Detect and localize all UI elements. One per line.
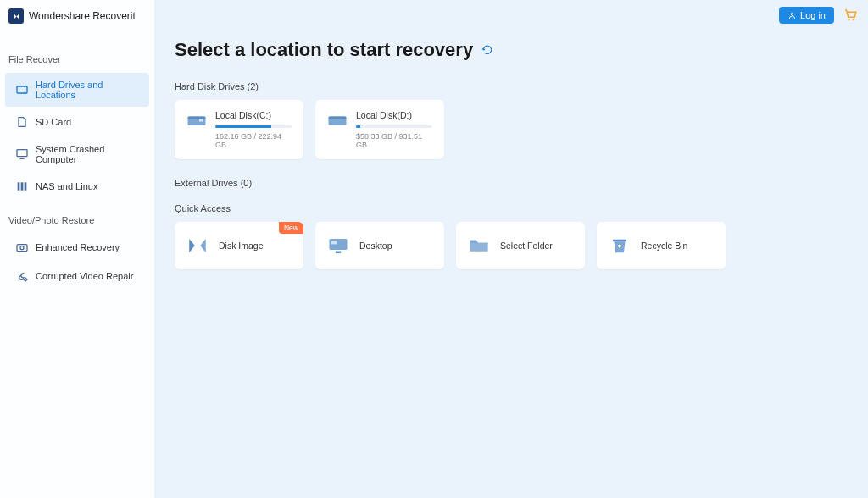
drive-usage-bar xyxy=(215,125,292,128)
drive-usage-bar xyxy=(356,125,432,128)
badge-new: New xyxy=(279,222,303,234)
quick-row: New Disk Image Desktop Select Folder Rec… xyxy=(175,222,848,269)
svg-point-10 xyxy=(848,19,849,20)
quick-heading: Quick Access xyxy=(175,203,848,213)
svg-rect-20 xyxy=(613,240,626,241)
login-button[interactable]: Log in xyxy=(779,7,834,24)
refresh-icon[interactable] xyxy=(481,44,493,56)
sidebar-item-label: SD Card xyxy=(36,117,71,127)
drive-size: $58.33 GB / 931.51 GB xyxy=(356,132,432,149)
hard-drive-icon xyxy=(15,83,29,97)
sidebar-item-corrupted-video[interactable]: Corrupted Video Repair xyxy=(5,263,149,290)
drive-name: Local Disk(C:) xyxy=(215,110,292,120)
disk-icon xyxy=(186,112,207,129)
sidebar-item-label: Enhanced Recovery xyxy=(36,242,120,252)
disk-icon xyxy=(327,112,348,129)
sidebar-section-file-recover: File Recover xyxy=(0,41,154,71)
svg-point-9 xyxy=(791,13,793,15)
user-icon xyxy=(787,11,797,20)
svg-point-11 xyxy=(853,19,854,20)
drive-card-c[interactable]: Local Disk(C:) 162.16 GB / 222.94 GB xyxy=(175,100,303,159)
server-icon xyxy=(15,180,29,193)
svg-rect-14 xyxy=(199,119,203,122)
drive-usage-fill xyxy=(356,125,360,128)
login-label: Log in xyxy=(800,10,826,20)
svg-rect-18 xyxy=(331,241,337,244)
quick-card-disk-image[interactable]: New Disk Image xyxy=(175,222,303,269)
quick-card-select-folder[interactable]: Select Folder xyxy=(456,222,585,269)
quick-card-desktop[interactable]: Desktop xyxy=(315,222,444,269)
sidebar-item-hard-drives[interactable]: Hard Drives and Locations xyxy=(5,73,149,107)
sidebar-item-label: Corrupted Video Repair xyxy=(36,271,133,281)
drive-usage-fill xyxy=(215,125,271,128)
brand-label: Wondershare Recoverit xyxy=(29,10,136,22)
svg-rect-5 xyxy=(21,182,24,190)
svg-rect-4 xyxy=(18,182,20,190)
sidebar: Wondershare Recoverit File Recover Hard … xyxy=(0,0,154,498)
brand: Wondershare Recoverit xyxy=(0,8,154,41)
sd-card-icon xyxy=(15,115,29,129)
quick-card-recycle-bin[interactable]: Recycle Bin xyxy=(597,222,726,269)
drive-size: 162.16 GB / 222.94 GB xyxy=(215,132,292,149)
sidebar-item-label: System Crashed Computer xyxy=(36,144,139,164)
quick-label: Recycle Bin xyxy=(641,241,687,251)
sidebar-item-label: Hard Drives and Locations xyxy=(36,80,139,100)
drive-info: Local Disk(D:) $58.33 GB / 931.51 GB xyxy=(356,110,432,149)
svg-rect-16 xyxy=(329,117,347,119)
quick-label: Select Folder xyxy=(500,241,553,251)
sidebar-item-label: NAS and Linux xyxy=(36,181,97,191)
svg-rect-7 xyxy=(17,245,27,252)
drive-card-d[interactable]: Local Disk(D:) $58.33 GB / 931.51 GB xyxy=(315,100,444,159)
svg-rect-19 xyxy=(336,252,342,253)
disk-image-icon xyxy=(186,235,209,256)
drive-row: Local Disk(C:) 162.16 GB / 222.94 GB Loc… xyxy=(175,100,848,159)
main-panel: Log in Select a location to start recove… xyxy=(154,0,868,498)
svg-rect-13 xyxy=(188,117,206,119)
recycle-bin-icon xyxy=(609,235,631,256)
brand-icon xyxy=(8,8,24,24)
sidebar-item-system-crashed[interactable]: System Crashed Computer xyxy=(5,137,149,171)
page-title: Select a location to start recovery xyxy=(175,39,473,61)
drive-info: Local Disk(C:) 162.16 GB / 222.94 GB xyxy=(215,110,292,149)
sidebar-item-nas-linux[interactable]: NAS and Linux xyxy=(5,173,149,200)
hdd-heading: Hard Disk Drives (2) xyxy=(175,81,848,91)
svg-rect-6 xyxy=(25,182,27,190)
svg-rect-2 xyxy=(17,150,27,157)
sidebar-item-enhanced-recovery[interactable]: Enhanced Recovery xyxy=(5,234,149,261)
sidebar-section-video-photo: Video/Photo Restore xyxy=(0,202,154,232)
sidebar-item-sd-card[interactable]: SD Card xyxy=(5,108,149,136)
quick-label: Desktop xyxy=(359,241,392,251)
camera-icon xyxy=(15,241,29,254)
desktop-icon xyxy=(327,235,349,256)
drive-name: Local Disk(D:) xyxy=(356,110,432,120)
page-title-row: Select a location to start recovery xyxy=(175,0,848,76)
svg-point-1 xyxy=(25,91,25,91)
monitor-icon xyxy=(15,147,29,161)
svg-point-8 xyxy=(20,246,24,250)
wrench-icon xyxy=(15,269,29,283)
folder-icon xyxy=(468,235,490,256)
cart-icon[interactable] xyxy=(843,8,858,23)
ext-heading: External Drives (0) xyxy=(175,178,848,188)
svg-rect-0 xyxy=(17,86,27,93)
quick-label: Disk Image xyxy=(219,241,264,251)
topbar: Log in xyxy=(779,7,858,24)
